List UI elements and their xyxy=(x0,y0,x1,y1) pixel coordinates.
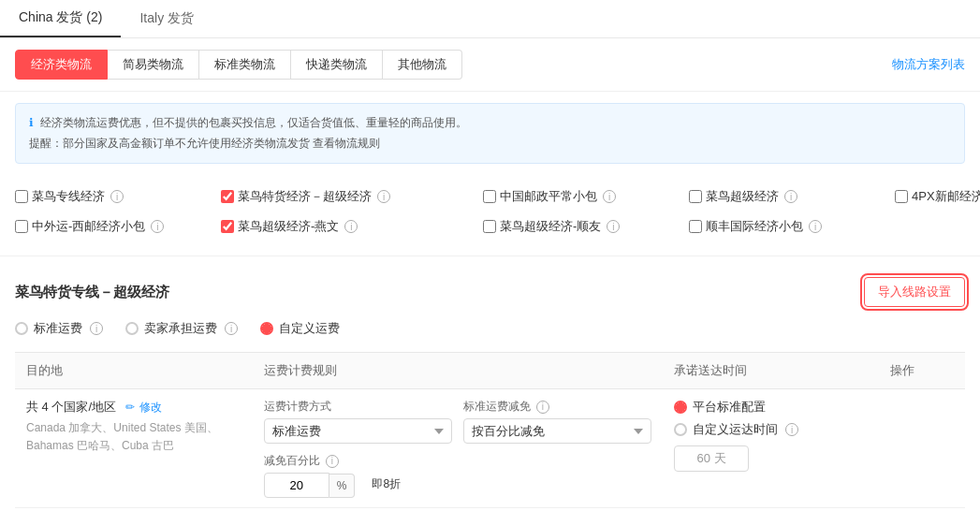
table-row-1: 共 4 个国家/地区 ✏ 修改 Canada 加拿大、United States… xyxy=(15,389,965,508)
discount-unit: % xyxy=(329,474,356,498)
radio-custom-time[interactable]: 自定义运达时间 i xyxy=(674,421,868,438)
checkbox-sinotrans[interactable]: 中外运-西邮经济小包 i xyxy=(15,214,221,239)
standard-discount-select-1[interactable]: 按百分比减免 xyxy=(463,418,651,444)
th-fee-rule: 运费计费规则 xyxy=(253,353,663,389)
radio-circle-standard xyxy=(15,322,28,335)
checkbox-4px[interactable]: 4PX新邮经济小包 i xyxy=(895,184,980,209)
sub-tab-standard[interactable]: 标准类物流 xyxy=(199,50,291,80)
info-icon-china-post[interactable]: i xyxy=(603,190,616,203)
fee-radio-group: 标准运费 i 卖家承担运费 i 自定义运费 xyxy=(15,320,965,337)
dest-countries-1: Canada 加拿大、United States 美国、Bahamas 巴哈马、… xyxy=(26,419,241,455)
checkbox-shunfeng[interactable]: 菜鸟超级经济-顺友 i xyxy=(483,214,689,239)
checkbox-yanwu[interactable]: 菜鸟超级经济-燕文 i xyxy=(221,214,483,239)
info-icon-yanwu[interactable]: i xyxy=(344,220,358,233)
radio-custom-fee[interactable]: 自定义运费 xyxy=(260,320,340,337)
th-dest: 目的地 xyxy=(15,353,253,389)
info-box: ℹ 经济类物流运费优惠，但不提供的包裹买投信息，仅适合货值低、重量轻的商品使用。… xyxy=(15,103,965,164)
sub-tab-express[interactable]: 快递类物流 xyxy=(291,50,383,80)
checkbox-cainiao-super[interactable]: 菜鸟超级经济 i xyxy=(689,184,895,209)
dest-cell-1: 共 4 个国家/地区 ✏ 修改 Canada 加拿大、United States… xyxy=(15,389,253,508)
info-text-2: 提醒：部分国家及高金额订单不允许使用经济类物流发货 查看物流规则 xyxy=(29,137,380,150)
discount-percent-label: 减免百分比 i xyxy=(264,453,356,469)
info-text-1: 经济类物流运费优惠，但不提供的包裹买投信息，仅适合货值低、重量轻的商品使用。 xyxy=(40,116,467,129)
radio-circle-custom xyxy=(260,322,273,335)
time-radio-group-1: 平台标准配置 自定义运达时间 i xyxy=(674,399,868,438)
checkbox-section: 菜鸟专线经济 i 菜鸟特货经济－超级经济 i 中国邮政平常小包 i 菜鸟超级经济… xyxy=(0,175,980,248)
info-icon-percent[interactable]: i xyxy=(326,455,339,468)
info-icon-sinotrans[interactable]: i xyxy=(151,220,164,233)
standard-discount-label-1: 标准运费减免 i xyxy=(463,399,651,415)
discount-input[interactable] xyxy=(264,473,329,498)
checkbox-china-post[interactable]: 中国邮政平常小包 i xyxy=(483,184,689,209)
info-icon-standard-fee[interactable]: i xyxy=(90,322,103,335)
tab-italy[interactable]: Italy 发货 xyxy=(121,1,212,36)
main-content: 经济类物流 简易类物流 标准类物流 快递类物流 其他物流 物流方案列表 ℹ 经济… xyxy=(0,38,980,511)
fee-cell-1: 运费计费方式 标准运费 标准运费减免 i xyxy=(253,389,663,508)
radio-circle-custom-time xyxy=(674,423,687,436)
section-divider xyxy=(0,256,980,256)
sub-tabs-bar: 经济类物流 简易类物流 标准类物流 快递类物流 其他物流 物流方案列表 xyxy=(0,38,980,92)
info-icon-discount-1[interactable]: i xyxy=(536,401,549,414)
radio-platform-config[interactable]: 平台标准配置 xyxy=(674,399,868,416)
route-section: 菜鸟特货专线－超级经济 导入线路设置 标准运费 i 卖家承担运费 i 自定义运费 xyxy=(0,264,980,511)
time-days: 60 天 xyxy=(674,445,868,472)
info-icon-shunfeng-intl[interactable]: i xyxy=(809,220,822,233)
import-button[interactable]: 导入线路设置 xyxy=(864,277,965,307)
action-cell-1 xyxy=(879,389,965,508)
fee-row-1: 运费计费方式 标准运费 标准运费减免 i xyxy=(264,399,651,444)
fee-method-label-1: 运费计费方式 xyxy=(264,399,452,415)
radio-circle-seller xyxy=(125,322,139,335)
top-tabs-bar: China 发货 (2) Italy 发货 xyxy=(0,0,980,38)
sub-tabs: 经济类物流 简易类物流 标准类物流 快递类物流 其他物流 xyxy=(15,50,462,80)
edit-link-1[interactable]: ✏ 修改 xyxy=(125,401,162,414)
tab-china[interactable]: China 发货 (2) xyxy=(0,0,121,37)
standard-discount-field-1: 标准运费减免 i 按百分比减免 xyxy=(463,399,651,444)
route-header: 菜鸟特货专线－超级经济 导入线路设置 xyxy=(15,277,965,307)
info-icon-super-economy[interactable]: i xyxy=(377,190,390,203)
discount-row-1: 减免百分比 i % 即8折 xyxy=(264,453,651,498)
info-icon-seller-bear[interactable]: i xyxy=(225,322,238,335)
fee-method-select-1[interactable]: 标准运费 xyxy=(264,418,452,444)
discount-percent-field: 减免百分比 i % xyxy=(264,453,356,498)
edit-icon-1: ✏ xyxy=(125,401,135,414)
sub-tab-economy[interactable]: 经济类物流 xyxy=(15,50,108,80)
fee-method-field-1: 运费计费方式 标准运费 xyxy=(264,399,452,444)
info-icon-shunfeng[interactable]: i xyxy=(607,220,620,233)
route-title: 菜鸟特货专线－超级经济 xyxy=(15,284,169,301)
plan-list-link[interactable]: 物流方案列表 xyxy=(892,56,965,73)
checkbox-cainiao-standard[interactable]: 菜鸟专线经济 i xyxy=(15,184,221,209)
info-icon-cainiao-standard[interactable]: i xyxy=(110,190,124,203)
info-icon-cainiao-super[interactable]: i xyxy=(784,190,797,203)
dest-title-1: 共 4 个国家/地区 ✏ 修改 xyxy=(26,399,241,416)
checkbox-cainiao-super-economy[interactable]: 菜鸟特货经济－超级经济 i xyxy=(221,184,483,209)
sub-tab-simple[interactable]: 简易类物流 xyxy=(108,50,199,80)
time-days-value: 60 天 xyxy=(674,445,749,472)
th-action: 操作 xyxy=(879,353,965,389)
fee-table: 目的地 运费计费规则 承诺送达时间 操作 共 4 个国家/地区 ✏ 修改 xyxy=(15,352,965,511)
sub-tab-other[interactable]: 其他物流 xyxy=(383,50,462,80)
discount-note: 即8折 xyxy=(372,476,401,498)
radio-seller-bear[interactable]: 卖家承担运费 i xyxy=(125,320,238,337)
time-cell-1: 平台标准配置 自定义运达时间 i 60 天 xyxy=(663,389,879,508)
discount-input-group: % xyxy=(264,473,356,498)
th-delivery-time: 承诺送达时间 xyxy=(663,353,879,389)
radio-standard-fee[interactable]: 标准运费 i xyxy=(15,320,103,337)
info-icon: ℹ xyxy=(29,116,34,129)
info-icon-custom-time[interactable]: i xyxy=(785,423,798,436)
checkbox-shunfeng-intl[interactable]: 顺丰国际经济小包 i xyxy=(689,214,895,239)
radio-circle-platform xyxy=(674,401,687,414)
